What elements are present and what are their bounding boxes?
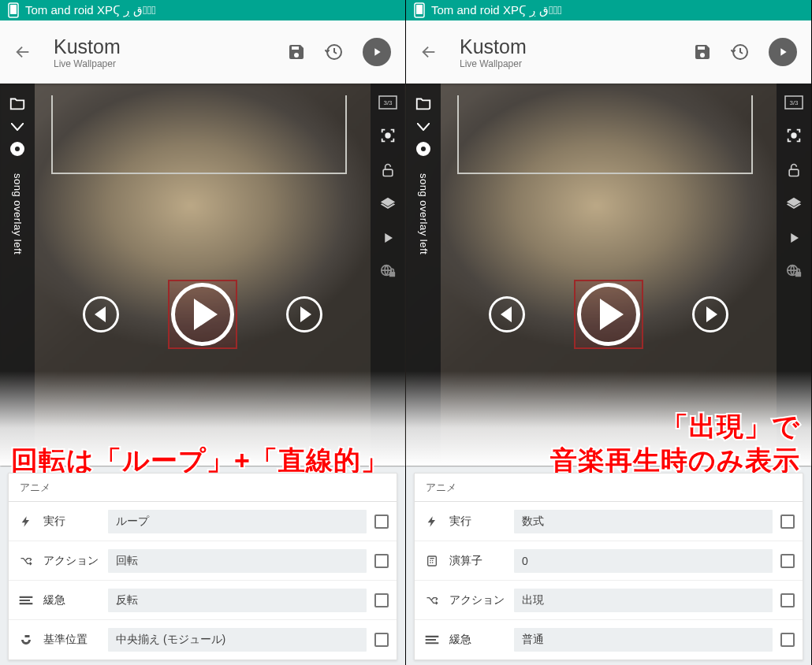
status-title: Tom and roid XPϚ ؞ۣۜق ڔ <box>431 3 562 17</box>
play-button-selection[interactable] <box>574 280 643 349</box>
preview-area: song overlay left 3/3 <box>406 84 811 466</box>
lines-icon <box>423 634 441 645</box>
expand-icon[interactable] <box>417 123 430 131</box>
aspect-icon[interactable]: 3/3 <box>784 95 803 110</box>
svg-rect-15 <box>795 272 801 277</box>
annotation-text: 「出現」で 音楽再生時のみ表示 <box>417 410 800 477</box>
left-rail: song overlay left <box>406 84 441 466</box>
globe-lock-icon[interactable] <box>379 262 397 280</box>
focus-icon[interactable] <box>785 127 803 144</box>
globe-lock-icon[interactable] <box>785 262 803 280</box>
layers-icon[interactable] <box>785 196 803 214</box>
row-checkbox[interactable] <box>780 633 795 647</box>
play-rail-icon[interactable] <box>381 231 395 245</box>
lines-icon <box>17 595 35 606</box>
layer-label: song overlay left <box>418 173 430 254</box>
layer-indicator[interactable] <box>10 142 24 156</box>
app-subtitle: Live Wallpaper <box>54 58 287 69</box>
history-icon[interactable] <box>731 43 750 61</box>
row-value[interactable]: 反転 <box>108 589 367 612</box>
annotation-text: 回転は「ループ」+「直線的」 <box>11 444 394 477</box>
next-button[interactable] <box>692 296 728 332</box>
row-action[interactable]: アクション 回転 <box>9 541 397 581</box>
right-rail: 3/3 <box>371 84 405 466</box>
row-ease[interactable]: 緩急 反転 <box>9 581 397 620</box>
play-button[interactable] <box>577 283 640 346</box>
row-checkbox[interactable] <box>374 593 389 607</box>
svg-point-4 <box>386 133 390 138</box>
row-checkbox[interactable] <box>374 633 389 647</box>
play-rail-icon[interactable] <box>787 231 801 245</box>
aspect-icon[interactable]: 3/3 <box>378 95 397 110</box>
svg-rect-7 <box>389 272 395 277</box>
save-icon[interactable] <box>693 43 712 61</box>
row-label: 実行 <box>43 515 100 529</box>
calc-icon <box>423 554 441 568</box>
media-controls <box>83 280 322 349</box>
row-checkbox[interactable] <box>374 554 389 568</box>
expand-icon[interactable] <box>11 123 24 131</box>
layers-icon[interactable] <box>379 196 397 214</box>
prev-button[interactable] <box>489 296 525 332</box>
row-value[interactable]: 中央揃え (モジュール) <box>108 628 367 652</box>
row-anchor[interactable]: 基準位置 中央揃え (モジュール) <box>9 620 397 659</box>
toolbar-actions <box>287 38 391 66</box>
save-icon[interactable] <box>287 43 306 61</box>
row-label: アクション <box>449 593 506 607</box>
bolt-icon <box>17 515 35 529</box>
folder-icon[interactable] <box>9 95 26 112</box>
svg-rect-5 <box>383 169 393 176</box>
status-bar: Tom and roid XPϚ ؞ۣۜق ڔ <box>406 0 811 20</box>
row-label: 緩急 <box>43 593 100 607</box>
run-button[interactable] <box>363 38 391 66</box>
screen-right: Tom and roid XPϚ ؞ۣۜق ڔ Kustom Live Wall… <box>406 0 812 665</box>
tab-anime[interactable]: アニメ <box>9 474 397 502</box>
row-checkbox[interactable] <box>780 593 795 607</box>
row-action[interactable]: アクション 出現 <box>415 581 803 620</box>
row-value[interactable]: ループ <box>108 510 367 533</box>
toolbar-titles: Kustom Live Wallpaper <box>460 35 693 69</box>
svg-rect-13 <box>789 169 799 176</box>
phone-icon <box>8 2 19 18</box>
row-value[interactable]: 出現 <box>514 589 773 612</box>
row-value[interactable]: 数式 <box>514 510 773 533</box>
svg-rect-9 <box>416 5 423 14</box>
unlock-icon[interactable] <box>380 162 396 179</box>
overlay-frame <box>51 95 347 174</box>
next-button[interactable] <box>286 296 322 332</box>
back-button[interactable] <box>420 43 438 61</box>
app-title: Kustom <box>54 35 287 58</box>
play-button-selection[interactable] <box>168 280 237 349</box>
shuffle-icon <box>17 555 35 567</box>
overlay-frame <box>457 95 753 174</box>
row-checkbox[interactable] <box>374 515 389 529</box>
toolbar: Kustom Live Wallpaper <box>0 20 405 84</box>
preview-area: song overlay left 3/3 <box>0 84 405 466</box>
right-rail: 3/3 <box>777 84 811 466</box>
app-subtitle: Live Wallpaper <box>460 58 693 69</box>
row-operator[interactable]: 演算子 0 <box>415 541 803 581</box>
unlock-icon[interactable] <box>786 162 802 179</box>
run-button[interactable] <box>769 38 797 66</box>
app-title: Kustom <box>460 35 693 58</box>
row-run[interactable]: 実行 ループ <box>9 502 397 541</box>
back-button[interactable] <box>14 43 32 61</box>
row-value[interactable]: 普通 <box>514 628 773 652</box>
screen-left: Tom and roid XPϚ ؞ۣۜق ڔ Kustom Live Wall… <box>0 0 406 665</box>
history-icon[interactable] <box>325 43 344 61</box>
row-ease[interactable]: 緩急 普通 <box>415 620 803 659</box>
row-value[interactable]: 0 <box>514 549 773 573</box>
tab-anime[interactable]: アニメ <box>415 474 803 502</box>
row-run[interactable]: 実行 数式 <box>415 502 803 541</box>
row-checkbox[interactable] <box>780 554 795 568</box>
focus-icon[interactable] <box>379 127 397 144</box>
row-checkbox[interactable] <box>780 515 795 529</box>
folder-icon[interactable] <box>415 95 432 112</box>
layer-indicator[interactable] <box>416 142 430 156</box>
row-label: 基準位置 <box>43 633 100 647</box>
prev-button[interactable] <box>83 296 119 332</box>
editor-panel: アニメ 実行 数式 演算子 0 アクション 出現 緩急 普通 <box>414 473 803 660</box>
row-value[interactable]: 回転 <box>108 549 367 573</box>
toolbar: Kustom Live Wallpaper <box>406 20 811 84</box>
play-button[interactable] <box>171 283 234 346</box>
